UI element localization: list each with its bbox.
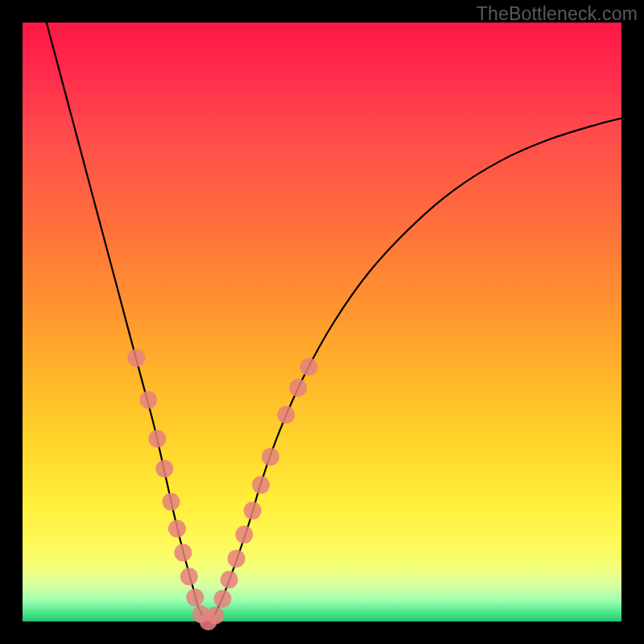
plot-area [23, 23, 621, 621]
data-dot [139, 391, 157, 409]
data-dot [262, 448, 279, 465]
data-dot [186, 588, 204, 606]
data-dot [127, 349, 145, 367]
data-dot [180, 568, 198, 585]
data-dot [228, 550, 246, 568]
data-dot [277, 406, 295, 423]
data-dot [289, 379, 307, 397]
bottleneck-curve [47, 23, 621, 621]
data-dot [252, 476, 270, 493]
watermark-text: TheBottleneck.com [477, 3, 638, 25]
data-dot [148, 430, 166, 448]
chart-frame: TheBottleneck.com [0, 0, 644, 644]
data-dot [235, 526, 253, 543]
data-dots [127, 349, 317, 630]
data-dot [163, 493, 180, 510]
data-dot [155, 460, 173, 477]
data-dot [244, 502, 262, 519]
data-dot [214, 590, 232, 608]
chart-svg [23, 23, 621, 621]
data-dot [174, 543, 192, 561]
data-dot [300, 358, 318, 376]
data-dot [168, 520, 186, 538]
data-dot [207, 607, 225, 625]
data-dot [221, 571, 238, 588]
